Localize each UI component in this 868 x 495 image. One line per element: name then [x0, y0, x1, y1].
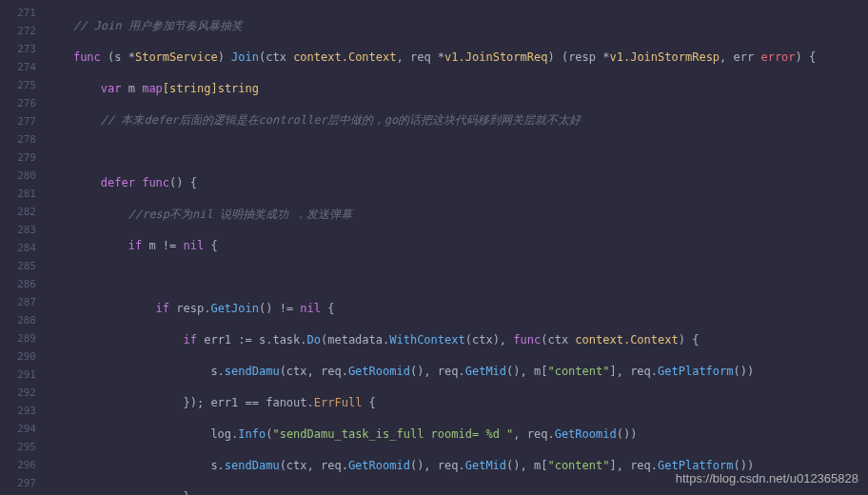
line-number: 292 [0, 384, 46, 402]
line-number: 283 [0, 221, 46, 239]
code-line [46, 143, 868, 161]
code-area[interactable]: // Join 用户参加节奏风暴抽奖 func (s *StormService… [46, 0, 868, 495]
line-number: 277 [0, 112, 46, 130]
line-number: 296 [0, 456, 46, 474]
line-number: 291 [0, 366, 46, 384]
comment: // Join 用户参加节奏风暴抽奖 [73, 19, 243, 32]
line-number: 274 [0, 58, 46, 76]
line-number: 288 [0, 311, 46, 329]
line-number: 293 [0, 402, 46, 420]
comment: //resp不为nil 说明抽奖成功 ，发送弹幕 [128, 208, 352, 221]
line-number: 285 [0, 257, 46, 275]
line-number: 273 [0, 40, 46, 58]
code-line: // Join 用户参加节奏风暴抽奖 [46, 17, 868, 35]
watermark-text: https://blog.csdn.net/u012365828 [676, 471, 858, 485]
line-number: 289 [0, 329, 46, 347]
code-line: var m map[string]string [46, 80, 868, 98]
line-number: 272 [0, 22, 46, 40]
code-line: // 本来defer后面的逻辑是在controller层中做的，go的话把这块代… [46, 111, 868, 129]
line-number: 294 [0, 420, 46, 438]
line-number: 276 [0, 94, 46, 112]
line-number: 286 [0, 275, 46, 293]
code-line: //resp不为nil 说明抽奖成功 ，发送弹幕 [46, 206, 868, 224]
line-number: 271 [0, 4, 46, 22]
code-line: s.sendDamu(ctx, req.GetRoomid(), req.Get… [46, 363, 868, 381]
line-number-gutter: 2712722732742752762772782792802812822832… [0, 0, 46, 495]
code-line: func (s *StormService) Join(ctx context.… [46, 49, 868, 67]
line-number: 281 [0, 185, 46, 203]
line-number: 290 [0, 347, 46, 366]
line-number: 280 [0, 167, 46, 185]
line-number: 287 [0, 293, 46, 311]
line-number: 297 [0, 474, 46, 492]
code-line [46, 268, 868, 287]
code-line: }); err1 == fanout.ErrFull { [46, 394, 868, 412]
code-line: if resp.GetJoin() != nil { [46, 300, 868, 318]
comment: // 本来defer后面的逻辑是在controller层中做的，go的话把这块代… [101, 113, 582, 127]
line-number: 282 [0, 203, 46, 221]
code-editor[interactable]: 2712722732742752762772782792802812822832… [0, 0, 868, 495]
line-number: 295 [0, 438, 46, 456]
line-number: 279 [0, 148, 46, 167]
code-line: if m != nil { [46, 237, 868, 255]
code-line: if err1 := s.task.Do(metadata.WithContex… [46, 331, 868, 349]
code-line: } [46, 488, 868, 495]
code-line: defer func() { [46, 174, 868, 192]
line-number: 284 [0, 239, 46, 257]
line-number: 275 [0, 76, 46, 94]
code-line: log.Info("sendDamu_task_is_full roomid= … [46, 426, 868, 444]
line-number: 278 [0, 130, 46, 148]
